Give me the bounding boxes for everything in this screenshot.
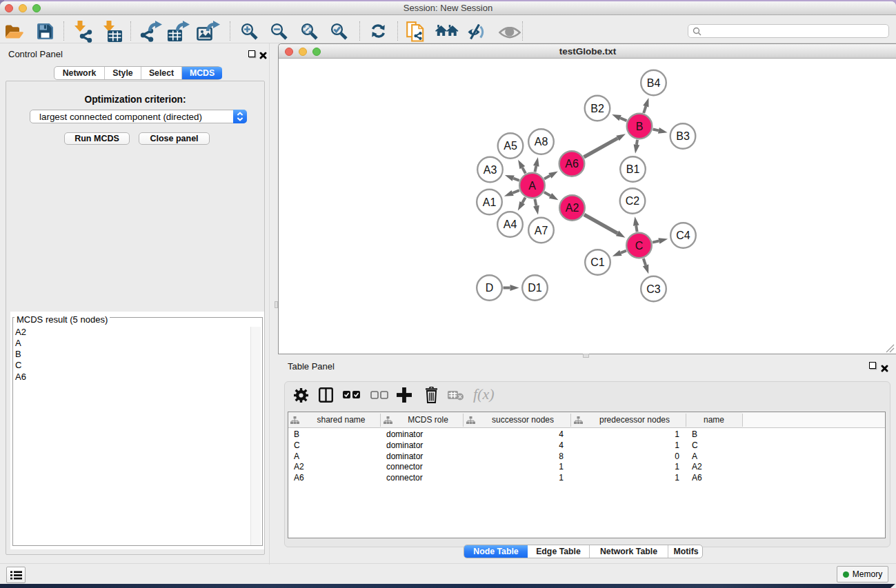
svg-text:B1: B1 xyxy=(626,163,640,175)
svg-text:A8: A8 xyxy=(535,136,548,148)
svg-text:B4: B4 xyxy=(647,77,661,89)
svg-text:C1: C1 xyxy=(590,256,605,268)
svg-text:C2: C2 xyxy=(626,195,640,207)
svg-text:A3: A3 xyxy=(484,164,497,176)
svg-text:C: C xyxy=(635,240,644,252)
svg-text:B2: B2 xyxy=(590,103,604,114)
svg-text:A: A xyxy=(528,180,536,192)
svg-text:A2: A2 xyxy=(566,202,579,214)
svg-text:D: D xyxy=(486,282,494,294)
svg-text:A5: A5 xyxy=(504,140,517,152)
svg-text:C3: C3 xyxy=(646,283,661,295)
svg-text:C4: C4 xyxy=(676,230,690,241)
svg-text:A1: A1 xyxy=(483,196,497,208)
svg-text:D1: D1 xyxy=(528,282,542,294)
svg-text:B: B xyxy=(636,121,644,132)
svg-text:B3: B3 xyxy=(676,130,690,142)
svg-text:A4: A4 xyxy=(504,219,517,230)
svg-text:A7: A7 xyxy=(535,225,548,236)
svg-text:A6: A6 xyxy=(565,158,579,170)
